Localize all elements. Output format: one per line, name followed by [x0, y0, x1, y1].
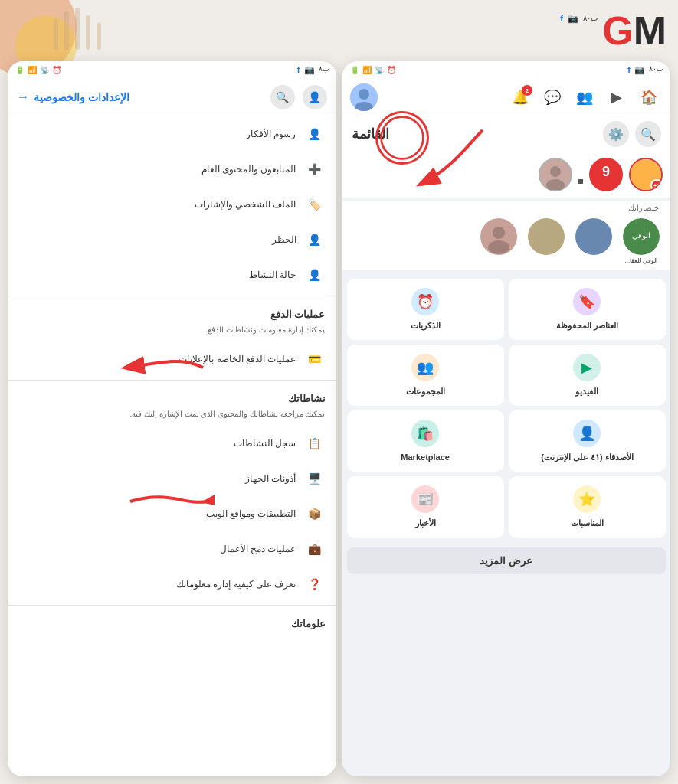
- svg-point-19: [493, 227, 505, 239]
- grid-item-groups[interactable]: 👥 المجموعات: [347, 345, 504, 406]
- divider-3: [8, 605, 336, 606]
- svg-point-12: [550, 166, 561, 177]
- user-count-right: ب٨٠: [583, 14, 598, 24]
- info-label: تعرف على كيفية إدارة معلوماتك: [18, 579, 296, 590]
- video-label: الفيديو: [575, 386, 598, 397]
- device-tools-label: أذونات الجهاز: [18, 473, 296, 484]
- followers-label: المتابعون والمحتوى العام: [18, 164, 296, 175]
- fees-icon: 👤: [304, 123, 326, 145]
- search-button[interactable]: 🔍: [635, 121, 661, 147]
- saved-icon: 🔖: [573, 288, 601, 315]
- apps-icon: 📦: [304, 503, 326, 524]
- settings-button[interactable]: ⚙️: [603, 121, 629, 147]
- activity-log-icon: 📋: [304, 433, 326, 454]
- story-item-dot: [578, 165, 583, 184]
- menu-item-info[interactable]: ❓ تعرف على كيفية إدارة معلوماتك: [8, 567, 336, 602]
- shortcut-item-4[interactable]: [477, 218, 520, 265]
- svg-text:9: 9: [602, 164, 610, 179]
- menu-item-business[interactable]: 💼 عمليات دمج الأعمال: [8, 531, 336, 567]
- shortcut-item-1[interactable]: الوفي الوفي للعقا...: [620, 218, 663, 265]
- friends-icon: 👤: [573, 420, 601, 447]
- nav-home-icon[interactable]: 🏠: [635, 83, 663, 111]
- story-item-3[interactable]: [539, 158, 572, 191]
- nav-avatar[interactable]: [350, 83, 378, 111]
- show-more-button[interactable]: عرض المزيد: [347, 547, 667, 574]
- ig-status-icon-right: 📷: [634, 65, 645, 75]
- menu-item-followers[interactable]: ➕ المتابعون والمحتوى العام: [8, 152, 336, 187]
- shortcut-item-2[interactable]: [572, 218, 615, 265]
- shortcut-avatar-3: [528, 218, 565, 255]
- instagram-icon-right: 📷: [568, 14, 578, 24]
- memories-label: الذكريات: [411, 320, 441, 331]
- shortcuts-label: اختصاراتك: [342, 201, 671, 214]
- block-label: الحظر: [18, 234, 296, 245]
- phone-left: 🔋 📶 📡 ⏰ f 📷 ب٨ 👤 🔍 الإعدادات والخصوصية →: [8, 61, 336, 776]
- notification-badge: 2: [522, 85, 532, 96]
- grid-item-video[interactable]: ▶ الفيديو: [509, 345, 666, 406]
- story-item-2[interactable]: 9: [589, 158, 623, 191]
- nav-message-icon[interactable]: 💬: [539, 83, 566, 111]
- grid-item-marketplace[interactable]: 🛍️ Marketplace: [347, 410, 504, 472]
- facebook-icon-right: f: [560, 14, 563, 24]
- ad-payments-icon: 💳: [304, 348, 326, 370]
- story-item-1[interactable]: 9+: [629, 158, 663, 191]
- grid-item-events[interactable]: ⭐ المناسبات: [509, 476, 666, 537]
- search-icon-left[interactable]: 🔍: [270, 85, 295, 109]
- activities-section-title: نشاطاتك: [8, 384, 336, 407]
- grid-item-memories[interactable]: ⏰ الذكريات: [347, 279, 504, 340]
- brand-logo: GM: [602, 8, 667, 54]
- friends-label: الأصدقاء (٤١ على الإنترنت): [541, 452, 634, 462]
- right-status-right: f 📷 ب٨٠: [627, 65, 663, 75]
- memories-icon: ⏰: [411, 288, 439, 315]
- news-label: الأخبار: [415, 518, 436, 528]
- activity-icon: 👤: [304, 264, 326, 286]
- story-avatar-3: [539, 158, 572, 191]
- business-label: عمليات دمج الأعمال: [18, 544, 296, 554]
- right-wifi-icon: 📡: [375, 66, 384, 74]
- nav-bell-icon[interactable]: 🔔 2: [506, 83, 534, 111]
- shortcut-avatar-4: [480, 218, 517, 255]
- user-label-right: ب٨٠: [649, 65, 663, 75]
- svg-point-6: [359, 89, 369, 100]
- menu-item-apps[interactable]: 📦 التطبيقات ومواقع الويب: [8, 496, 336, 531]
- user-label-left: ب٨: [319, 65, 329, 75]
- news-icon: 📰: [411, 485, 439, 513]
- grid-item-news[interactable]: 📰 الأخبار: [347, 476, 504, 537]
- left-status-right: f 📷 ب٨: [297, 65, 329, 75]
- menu-item-block[interactable]: 👤 الحظر: [8, 222, 336, 257]
- shortcuts-row: الوفي الوفي للعقا...: [342, 214, 671, 270]
- social-icons-right: f 📷 ب٨٠: [560, 14, 598, 24]
- menu-item-activity-log[interactable]: 📋 سجل النشاطات: [8, 426, 336, 461]
- right-top-nav: 🔔 2 💬 👥 ▶ 🏠: [342, 79, 671, 116]
- apps-label: التطبيقات ومواقع الويب: [18, 508, 296, 519]
- menu-item-fees[interactable]: 👤 رسوم الأفكار: [8, 116, 336, 152]
- phone-right: 🔋 📶 📡 ⏰ f 📷 ب٨٠ 🔔: [342, 61, 671, 776]
- left-header: 👤 🔍 الإعدادات والخصوصية →: [8, 79, 336, 116]
- svg-point-16: [575, 218, 612, 255]
- svg-rect-2: [75, 8, 80, 50]
- avatar-icon-left[interactable]: 👤: [303, 85, 327, 109]
- menu-item-activity[interactable]: 👤 حالة النشاط: [8, 257, 336, 292]
- grid-item-saved[interactable]: 🔖 العناصر المحفوظة: [509, 279, 666, 340]
- fees-label: رسوم الأفكار: [18, 129, 296, 139]
- activities-section-desc: يمكنك مراجعة نشاطاتك والمحتوى الذي تمت ا…: [8, 407, 336, 426]
- nav-video-icon[interactable]: ▶: [603, 83, 631, 111]
- nav-icons-right: 🔔 2 💬 👥 ▶ 🏠: [506, 83, 663, 111]
- deco-lines: [46, 4, 199, 57]
- back-arrow-icon[interactable]: →: [17, 90, 29, 104]
- story-avatar-2: 9: [589, 158, 623, 191]
- wifi-icon: 📡: [40, 66, 49, 74]
- clock-icon: ⏰: [52, 66, 61, 74]
- nav-friends-icon[interactable]: 👥: [571, 83, 598, 111]
- menu-item-ad-payments[interactable]: 💳 عمليات الدفع الخاصة بالإعلانات: [8, 341, 336, 377]
- events-icon: ⭐: [573, 485, 601, 513]
- grid-item-friends[interactable]: 👤 الأصدقاء (٤١ على الإنترنت): [509, 410, 666, 472]
- fb-status-icon-right: f: [627, 65, 631, 75]
- activity-log-label: سجل النشاطات: [18, 438, 296, 449]
- dot-separator: [578, 179, 583, 184]
- right-status-bar: 🔋 📶 📡 ⏰ f 📷 ب٨٠: [342, 61, 671, 79]
- menu-item-device-tools[interactable]: 🖥️ أذونات الجهاز: [8, 461, 336, 496]
- left-status-left: 🔋 📶 📡 ⏰: [15, 66, 61, 74]
- menu-item-profile[interactable]: 🏷️ الملف الشخصي والإشارات: [8, 187, 336, 222]
- shortcut-item-3[interactable]: [525, 218, 568, 265]
